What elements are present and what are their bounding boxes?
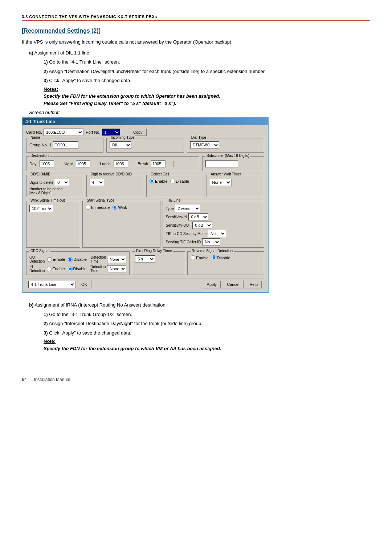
tie-co-security-label: TIE-to-CO Security Mode [166, 232, 207, 236]
section-b-label: b) Assignment of IRNA (Intercept Routing… [29, 301, 370, 309]
sensitivity-out-label: Sensitivity-OUT [166, 223, 191, 227]
first-ring-title: First Ring Delay Timer [135, 249, 173, 253]
collect-enable-label: Enable [155, 179, 167, 183]
page-number: 64 [22, 377, 26, 382]
screen-output-label: Screen output: [29, 110, 370, 115]
first-ring-select[interactable]: 5 s [135, 255, 155, 263]
collect-call-title: Collect Call [150, 172, 170, 176]
start-signal-title: Start Signal Type [86, 198, 115, 202]
sending-tie-select[interactable]: No [202, 238, 220, 246]
answer-wait-select[interactable]: None [210, 179, 232, 186]
collect-enable-radio[interactable] [150, 179, 154, 183]
digit-delete-label: Digits to delete [29, 181, 53, 185]
lunch-label: Lunch [100, 162, 111, 166]
wink-radio[interactable] [113, 205, 117, 210]
help-button[interactable]: Help [245, 280, 262, 288]
day-label: Day [29, 162, 37, 166]
tie-type-label: Type [166, 207, 174, 211]
dial-type-select[interactable]: DTMF-80 [190, 141, 219, 149]
day-dots-btn[interactable]: ... [56, 161, 62, 167]
tie-line-title: TIE Line [166, 198, 181, 202]
sending-tie-label: Sending TIE Caller ID [166, 240, 201, 244]
night-label: Night [64, 162, 73, 166]
footer: 64 Installation Manual [22, 374, 370, 382]
sensitivity-out-select[interactable]: 0 dB [192, 222, 212, 229]
break-dots-btn[interactable]: ... [167, 161, 173, 167]
in-enable-radio[interactable] [47, 267, 52, 271]
reverse-enable-label: Enable [196, 256, 208, 260]
port-no-select[interactable]: 1 [102, 129, 120, 136]
number-add-label: Number to be added [29, 187, 81, 191]
card-no-label: Card No. [26, 130, 42, 134]
intro-text: If the VPS is only answering incoming ou… [22, 39, 370, 46]
digit-receive-title: Digit to receive DD/DID/D [90, 172, 133, 176]
section-header: 3.3 CONNECTING THE VPS WITH PANASONIC KX… [22, 15, 370, 21]
step-b3: 3) Click "Apply" to save the changed dat… [44, 329, 370, 352]
day-input[interactable] [40, 160, 54, 167]
step-b2: 2) Assign "Intercept Destination Day/Nig… [44, 320, 370, 327]
group-no-value: 1 [49, 143, 52, 147]
out-disable-label: Disable [73, 257, 87, 262]
section-a-label: a) Assignment of DIL 1:1 line [29, 49, 370, 57]
break-label: Break [138, 162, 148, 166]
b-note-text: Specify the FDN for the extension group … [44, 346, 221, 351]
bottom-select[interactable]: 4-1 Trunk Line [28, 281, 75, 288]
card-no-select[interactable]: 106:ELCOT [44, 129, 83, 136]
rec-title: [Recommended Settings (2)] [22, 28, 370, 34]
reverse-signal-title: Reverse Signal Detection [191, 249, 234, 253]
digit-receive-select[interactable]: 4 [90, 179, 104, 186]
wink-signal-select[interactable]: 1024 ms [29, 205, 53, 212]
break-input[interactable] [151, 160, 166, 167]
ok-button[interactable]: OK [77, 280, 91, 288]
lunch-dots-btn[interactable]: ... [130, 161, 136, 167]
in-detection-time-label: Detection Time [90, 265, 106, 273]
out-disable-radio[interactable] [68, 257, 73, 262]
step-a1: 1) Go to the "4-1 Trunk Line" screen. [44, 58, 370, 66]
out-detection-time-select[interactable]: None [107, 256, 126, 263]
collect-disable-label: Disable [176, 179, 189, 183]
reverse-disable-label: Disable [217, 256, 230, 260]
doc-title: Installation Manual [34, 377, 70, 382]
collect-disable-radio[interactable] [170, 179, 175, 183]
incoming-type-select[interactable]: DIL [110, 141, 131, 149]
incoming-type-title: Incoming Type [110, 135, 135, 139]
card-port-row: Card No. 106:ELCOT Port No. 1 Copy [26, 128, 264, 136]
in-disable-label: Disable [73, 267, 87, 271]
subscriber-title: Subscriber (Max 16 Digits) [205, 154, 250, 158]
section-b: b) Assignment of IRNA (Intercept Routing… [29, 301, 370, 352]
answer-wait-title: Answer Wait Timer [210, 172, 242, 176]
dialog-window: 4-1 Trunk Line Card No. 106:ELCOT Port N… [22, 117, 269, 293]
destination-title: Destination [29, 154, 50, 158]
b-note-label: Note: [44, 338, 370, 345]
reverse-enable-radio[interactable] [191, 255, 195, 260]
immediate-radio[interactable] [86, 205, 90, 210]
apply-button[interactable]: Apply [203, 280, 221, 288]
digit-delete-select[interactable]: 0 [55, 179, 69, 186]
out-enable-radio[interactable] [47, 257, 52, 262]
wink-signal-title: Wink Signal Time-out [29, 198, 66, 202]
cpc-signal-title: CPC Signal [29, 249, 50, 253]
dialog-titlebar: 4-1 Trunk Line [23, 118, 268, 125]
tie-co-security-select[interactable]: No [208, 230, 226, 237]
bottom-bar: 4-1 Trunk Line OK Apply Cancel Help [26, 279, 264, 290]
name-input[interactable] [53, 141, 78, 149]
port-no-label: Port No. [86, 130, 100, 134]
copy-button[interactable]: Copy [129, 128, 147, 136]
notes-text-1: Specify the FDN for the extension group … [44, 93, 220, 99]
in-enable-label: Enable [52, 267, 65, 271]
reverse-disable-radio[interactable] [212, 255, 216, 260]
cancel-button[interactable]: Cancel [222, 280, 244, 288]
wink-label: Wink [118, 205, 127, 210]
in-detection-time-select[interactable]: None [107, 265, 126, 272]
lunch-input[interactable] [114, 160, 128, 167]
tie-type-select[interactable]: 2 wires [175, 205, 200, 212]
sensitivity-in-select[interactable]: 0 dB [188, 213, 208, 220]
max-digits-label: [Max 8 Digits] [29, 191, 81, 195]
dial-type-title: Dial Type [190, 135, 208, 139]
night-dots-btn[interactable]: ... [92, 161, 98, 167]
in-disable-radio[interactable] [68, 267, 73, 271]
sensitivity-in-label: Sensitivity-IN [166, 215, 187, 219]
group-no-label: Group No. [29, 143, 48, 147]
subscriber-input[interactable] [205, 160, 238, 167]
night-input[interactable] [76, 160, 90, 167]
